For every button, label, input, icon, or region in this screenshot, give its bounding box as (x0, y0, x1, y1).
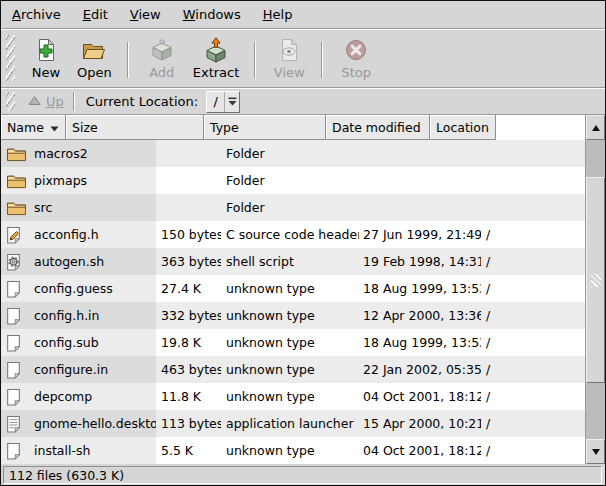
table-row[interactable]: config.h.in 332 bytes unknown type 12 Ap… (1, 302, 585, 329)
toolbar-buttons: New Open Add Extract (22, 32, 380, 84)
table-row[interactable]: configure.in 463 bytes unknown type 22 J… (1, 356, 585, 383)
table-row[interactable]: gnome-hello.desktop 113 bytes applicatio… (1, 410, 585, 437)
date-modified-cell (359, 167, 481, 194)
table-row[interactable]: config.guess 27.4 K unknown type 18 Aug … (1, 275, 585, 302)
location-cell: / (481, 356, 585, 383)
dropdown-arrow-icon (224, 92, 239, 112)
folder-icon (6, 199, 28, 216)
folder-icon (6, 145, 28, 162)
menu-item[interactable]: Edit (72, 2, 119, 27)
location-cell (481, 194, 585, 221)
add-package-icon (149, 37, 175, 63)
column-header[interactable]: Size (66, 115, 204, 140)
folder-icon (6, 172, 28, 189)
menu-item[interactable]: View (119, 2, 172, 27)
size-cell: 363 bytes (156, 248, 221, 275)
toolbar-button[interactable]: Add (138, 35, 186, 82)
vertical-scrollbar[interactable] (585, 115, 605, 464)
scroll-up-button[interactable] (586, 115, 605, 140)
size-cell: 463 bytes (156, 356, 221, 383)
toolbar-button[interactable]: Open (70, 35, 119, 82)
toolbar-button[interactable]: Stop (332, 35, 380, 82)
menu-item[interactable]: Archive (1, 2, 72, 27)
file-name: config.guess (34, 281, 113, 296)
location-bar-drag-handle[interactable] (6, 92, 15, 111)
location-cell: / (481, 410, 585, 437)
name-cell: config.guess (1, 275, 156, 302)
c-header-file-icon (6, 226, 28, 244)
new-archive-icon (33, 37, 59, 63)
column-header-label: Date modified (332, 120, 421, 135)
name-cell: config.sub (1, 329, 156, 356)
scroll-down-arrow-icon (591, 448, 601, 456)
size-cell: 150 bytes (156, 221, 221, 248)
table-row[interactable]: macros2 Folder (1, 140, 585, 167)
file-name: acconfig.h (34, 227, 99, 242)
name-cell: autogen.sh (1, 248, 156, 275)
column-header[interactable]: Location (430, 115, 496, 140)
date-modified-cell: 22 Jan 2002, 05:35 (359, 356, 481, 383)
toolbar-button[interactable]: New (22, 35, 70, 82)
location-cell: / (481, 248, 585, 275)
plain-file-icon (6, 361, 28, 379)
plain-file-icon (6, 334, 28, 352)
archive-manager-window: Archive Edit View Windows Help (0, 0, 606, 486)
scroll-down-button[interactable] (586, 439, 605, 464)
stop-icon (343, 37, 369, 63)
status-bar: 112 files (630.3 K) (3, 466, 602, 484)
type-cell: unknown type (221, 356, 359, 383)
menu-item-label: Help (263, 7, 293, 22)
file-name: autogen.sh (34, 254, 104, 269)
menu-item-label: Edit (83, 7, 108, 22)
scrollbar-thumb[interactable] (586, 177, 605, 383)
column-header-label: Name (7, 120, 44, 135)
column-header[interactable]: Type (204, 115, 326, 140)
sort-indicator-icon (46, 120, 59, 135)
column-header[interactable]: Date modified (326, 115, 430, 140)
size-cell: 19.8 K (156, 329, 221, 356)
file-name: macros2 (34, 146, 88, 161)
open-folder-icon (81, 37, 107, 63)
type-cell: unknown type (221, 437, 359, 464)
table-row[interactable]: config.sub 19.8 K unknown type 18 Aug 19… (1, 329, 585, 356)
menu-item-label: View (130, 7, 161, 22)
plain-file-icon (6, 442, 28, 460)
name-cell: config.h.in (1, 302, 156, 329)
scrollbar-track[interactable] (586, 140, 605, 439)
toolbar-button[interactable]: Extract (186, 35, 247, 82)
toolbar-button-label: New (32, 65, 60, 80)
date-modified-cell: 18 Aug 1999, 13:53 (359, 329, 481, 356)
location-cell (481, 167, 585, 194)
file-name: depcomp (34, 389, 92, 404)
toolbar-button[interactable]: View (265, 35, 313, 82)
size-cell (156, 140, 221, 167)
location-cell (481, 140, 585, 167)
name-cell: configure.in (1, 356, 156, 383)
table-row[interactable]: depcomp 11.8 K unknown type 04 Oct 2001,… (1, 383, 585, 410)
plain-file-icon (6, 388, 28, 406)
table-row[interactable]: src Folder (1, 194, 585, 221)
divider (73, 92, 75, 111)
file-name: configure.in (34, 362, 108, 377)
location-combo[interactable]: / (206, 91, 240, 113)
file-list-area: Name Size Type (1, 114, 605, 464)
scroll-up-arrow-icon (591, 124, 601, 132)
column-header-label: Type (210, 120, 239, 135)
name-cell: pixmaps (1, 167, 156, 194)
toolbar-drag-handle[interactable] (6, 35, 15, 81)
location-combo-value: / (207, 92, 224, 112)
scrollbar-grip (591, 274, 601, 287)
table-row[interactable]: autogen.sh 363 bytes shell script 19 Feb… (1, 248, 585, 275)
menu-item[interactable]: Help (252, 2, 304, 27)
menu-item[interactable]: Windows (172, 2, 252, 27)
table-row[interactable]: pixmaps Folder (1, 167, 585, 194)
location-cell: / (481, 329, 585, 356)
name-cell: src (1, 194, 156, 221)
date-modified-cell (359, 140, 481, 167)
up-button[interactable]: Up (21, 93, 71, 110)
table-row[interactable]: install-sh 5.5 K unknown type 04 Oct 200… (1, 437, 585, 464)
table-row[interactable]: acconfig.h 150 bytes C source code heade… (1, 221, 585, 248)
column-header[interactable]: Name (1, 115, 66, 140)
location-cell: / (481, 275, 585, 302)
type-cell: unknown type (221, 383, 359, 410)
